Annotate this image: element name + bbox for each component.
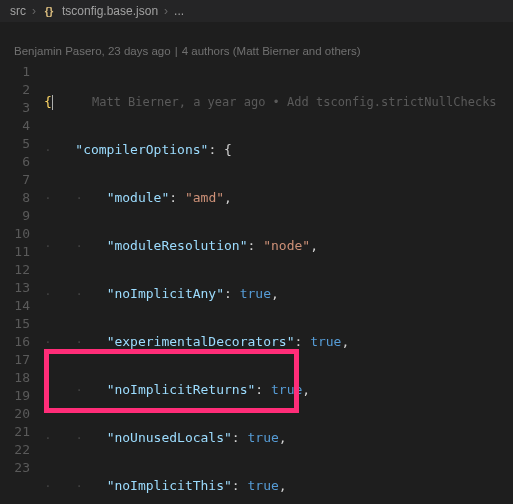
breadcrumb-file[interactable]: tsconfig.base.json [62, 4, 158, 18]
line-number: 18 [0, 369, 30, 387]
json-file-icon: {} [42, 4, 56, 18]
code-line[interactable]: · · "noUnusedLocals": true, [44, 429, 513, 447]
line-number: 9 [0, 207, 30, 225]
line-number: 11 [0, 243, 30, 261]
line-number: 1 [0, 63, 30, 81]
code-line[interactable]: · · "experimentalDecorators": true, [44, 333, 513, 351]
code-line[interactable]: · · "noImplicitAny": true, [44, 285, 513, 303]
line-number: 8 [0, 189, 30, 207]
line-number: 15 [0, 315, 30, 333]
line-number: 12 [0, 261, 30, 279]
line-number-gutter: 1 2 3 4 5 6 7 8 9 10 11 12 13 14 15 16 1… [0, 23, 44, 501]
breadcrumb-folder[interactable]: src [10, 4, 26, 18]
code-area[interactable]: { Matt Bierner, a year ago • Add tsconfi… [44, 23, 513, 501]
line-number: 5 [0, 135, 30, 153]
line-number: 22 [0, 441, 30, 459]
chevron-right-icon: › [164, 4, 168, 18]
code-line[interactable]: { Matt Bierner, a year ago • Add tsconfi… [44, 93, 513, 111]
line-number: 17 [0, 351, 30, 369]
line-number: 14 [0, 297, 30, 315]
text-cursor [52, 95, 53, 110]
inline-git-blame: Matt Bierner, a year ago • Add tsconfig.… [92, 95, 497, 109]
code-line[interactable]: · · "noImplicitThis": true, [44, 477, 513, 495]
line-number: 7 [0, 171, 30, 189]
line-number: 13 [0, 279, 30, 297]
line-number: 2 [0, 81, 30, 99]
code-line[interactable]: · · "noImplicitReturns": true, [44, 381, 513, 399]
line-number: 3 [0, 99, 30, 117]
breadcrumb-ellipsis[interactable]: ... [174, 4, 184, 18]
editor[interactable]: Benjamin Pasero, 23 days ago|4 authors (… [0, 23, 513, 501]
line-number: 20 [0, 405, 30, 423]
breadcrumb[interactable]: src › {} tsconfig.base.json › ... [0, 0, 513, 23]
line-number: 16 [0, 333, 30, 351]
line-number: 4 [0, 117, 30, 135]
chevron-right-icon: › [32, 4, 36, 18]
code-line[interactable]: · "compilerOptions": { [44, 141, 513, 159]
minimap[interactable] [503, 23, 513, 501]
code-line[interactable]: · · "module": "amd", [44, 189, 513, 207]
line-number: 21 [0, 423, 30, 441]
code-line[interactable]: · · "moduleResolution": "node", [44, 237, 513, 255]
line-number: 23 [0, 459, 30, 477]
line-number: 6 [0, 153, 30, 171]
line-number: 10 [0, 225, 30, 243]
line-number: 19 [0, 387, 30, 405]
